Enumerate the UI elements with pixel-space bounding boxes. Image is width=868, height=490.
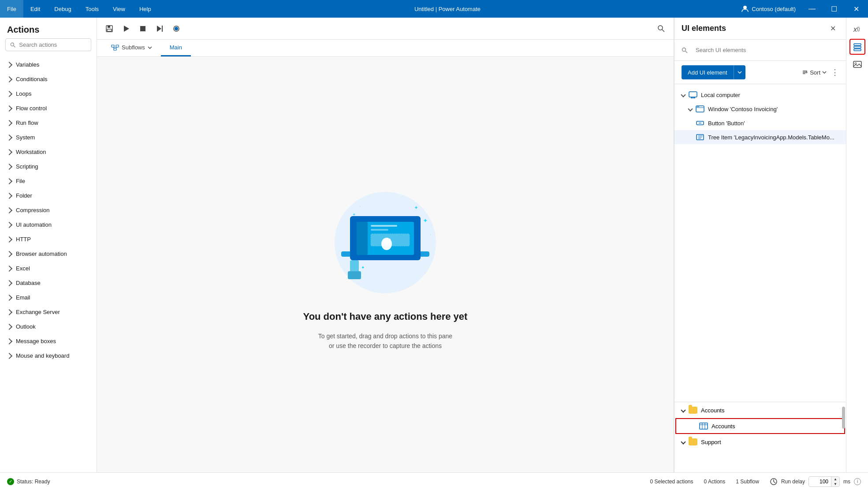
action-item-folder[interactable]: Folder bbox=[0, 188, 97, 203]
more-options-icon[interactable]: ⋮ bbox=[831, 67, 839, 77]
delay-spinners: ▲ ▼ bbox=[831, 477, 839, 486]
sidebar-ui-elements-button[interactable] bbox=[849, 39, 865, 55]
canvas-search-button[interactable] bbox=[654, 22, 668, 36]
main-area: Actions Variables Conditionals bbox=[0, 18, 868, 472]
svg-rect-23 bbox=[357, 222, 368, 255]
bottom-tree-accounts-table[interactable]: Accounts bbox=[675, 418, 845, 434]
action-item-message-boxes[interactable]: Message boxes bbox=[0, 334, 97, 348]
action-item-excel[interactable]: Excel bbox=[0, 261, 97, 276]
action-item-flow-control[interactable]: Flow control bbox=[0, 101, 97, 116]
app-body: Actions Variables Conditionals bbox=[0, 18, 868, 490]
menu-file[interactable]: File bbox=[0, 0, 23, 18]
svg-point-12 bbox=[658, 26, 663, 30]
sort-control[interactable]: Sort ⋮ bbox=[802, 67, 839, 77]
svg-marker-8 bbox=[157, 26, 161, 32]
tabs-bar: Subflows Main bbox=[97, 40, 674, 57]
delay-value-input[interactable] bbox=[809, 477, 831, 486]
search-icon bbox=[682, 47, 688, 53]
account-name[interactable]: Contoso (default) bbox=[737, 5, 800, 13]
ui-elements-panel: UI elements ✕ Add UI element bbox=[674, 18, 846, 472]
menu-tools[interactable]: Tools bbox=[78, 0, 106, 18]
subflows-icon bbox=[111, 45, 119, 51]
sidebar-images-button[interactable] bbox=[849, 56, 865, 72]
stop-button[interactable] bbox=[136, 22, 150, 36]
play-button[interactable] bbox=[119, 22, 133, 36]
ui-panel-close-button[interactable]: ✕ bbox=[827, 22, 839, 35]
minimize-button[interactable]: — bbox=[802, 0, 822, 18]
tree-item-window[interactable]: Window 'Contoso Invoicing' bbox=[674, 102, 846, 116]
sort-chevron-icon bbox=[822, 71, 827, 74]
svg-rect-66 bbox=[854, 46, 861, 48]
image-icon bbox=[853, 60, 862, 69]
action-item-conditionals[interactable]: Conditionals bbox=[0, 72, 97, 86]
run-delay-input[interactable]: ▲ ▼ bbox=[808, 476, 840, 487]
ui-tree: Local computer Window 'Contoso Invoicing… bbox=[674, 84, 846, 402]
ui-search-input[interactable] bbox=[691, 44, 839, 56]
add-ui-element-button[interactable]: Add UI element bbox=[682, 65, 745, 79]
run-delay-section: Run delay ▲ ▼ ms i bbox=[770, 476, 861, 487]
menu-debug[interactable]: Debug bbox=[47, 0, 78, 18]
chevron-right-icon bbox=[6, 207, 12, 213]
action-item-file[interactable]: File bbox=[0, 174, 97, 188]
action-item-ui-automation[interactable]: UI automation bbox=[0, 217, 97, 232]
search-icon bbox=[10, 42, 15, 48]
tree-item-local-computer[interactable]: Local computer bbox=[674, 88, 846, 102]
action-item-workstation[interactable]: Workstation bbox=[0, 145, 97, 159]
action-item-mouse-keyboard[interactable]: Mouse and keyboard bbox=[0, 348, 97, 363]
close-button[interactable]: ✕ bbox=[846, 0, 866, 18]
svg-rect-29 bbox=[387, 238, 388, 245]
tree-item-button[interactable]: Button 'Button' bbox=[674, 116, 846, 130]
empty-state-subtitle: To get started, drag and drop actions to… bbox=[318, 331, 452, 351]
delay-increment-button[interactable]: ▲ bbox=[831, 477, 839, 482]
titlebar: File Edit Debug Tools View Help Untitled… bbox=[0, 0, 868, 18]
svg-rect-31 bbox=[382, 240, 384, 246]
tab-subflows[interactable]: Subflows bbox=[102, 40, 161, 56]
action-item-browser-automation[interactable]: Browser automation bbox=[0, 247, 97, 261]
tree-item-treeitem[interactable]: Tree Item 'LegacyInvoicingApp.Models.Tab… bbox=[674, 130, 846, 144]
chevron-right-icon bbox=[6, 76, 12, 82]
action-item-http[interactable]: HTTP bbox=[0, 232, 97, 247]
chevron-down-icon bbox=[681, 92, 685, 97]
actions-search-bar[interactable] bbox=[5, 38, 91, 51]
chevron-right-icon bbox=[6, 251, 12, 257]
action-item-email[interactable]: Email bbox=[0, 290, 97, 305]
action-item-run-flow[interactable]: Run flow bbox=[0, 116, 97, 130]
menu-view[interactable]: View bbox=[106, 0, 132, 18]
action-item-loops[interactable]: Loops bbox=[0, 86, 97, 101]
menu-edit[interactable]: Edit bbox=[23, 0, 47, 18]
bottom-tree-accounts-folder[interactable]: Accounts bbox=[674, 402, 846, 418]
action-item-scripting[interactable]: Scripting bbox=[0, 159, 97, 174]
tab-main[interactable]: Main bbox=[161, 40, 191, 56]
save-button[interactable] bbox=[102, 22, 116, 36]
search-icon bbox=[657, 25, 665, 33]
ui-panel-title: UI elements bbox=[682, 24, 726, 33]
save-icon bbox=[105, 25, 113, 33]
maximize-button[interactable]: ☐ bbox=[824, 0, 844, 18]
next-step-button[interactable] bbox=[153, 22, 167, 36]
svg-rect-7 bbox=[140, 26, 145, 31]
record-button[interactable] bbox=[169, 22, 183, 36]
action-item-outlook[interactable]: Outlook bbox=[0, 319, 97, 334]
scrollbar-thumb[interactable] bbox=[842, 407, 845, 429]
chevron-right-icon bbox=[6, 265, 12, 271]
menu-help[interactable]: Help bbox=[132, 0, 158, 18]
status-dot bbox=[7, 478, 14, 485]
chevron-right-icon bbox=[6, 294, 12, 300]
action-item-system[interactable]: System bbox=[0, 130, 97, 145]
delay-decrement-button[interactable]: ▼ bbox=[831, 482, 839, 486]
play-icon bbox=[122, 25, 130, 33]
action-item-variables[interactable]: Variables bbox=[0, 57, 97, 72]
delay-info-icon[interactable]: i bbox=[854, 478, 861, 485]
svg-point-11 bbox=[175, 27, 178, 30]
titlebar-right: Contoso (default) — ☐ ✕ bbox=[737, 0, 868, 18]
action-item-exchange-server[interactable]: Exchange Server bbox=[0, 305, 97, 319]
sidebar-variables-icon[interactable]: x {} bbox=[849, 21, 865, 37]
bottom-tree-support-folder[interactable]: Support bbox=[674, 434, 846, 450]
action-item-database[interactable]: Database bbox=[0, 276, 97, 290]
variables-icon: x {} bbox=[853, 24, 862, 34]
search-input[interactable] bbox=[19, 41, 86, 48]
chevron-right-icon bbox=[6, 134, 12, 140]
svg-text:+: + bbox=[429, 233, 432, 237]
svg-rect-25 bbox=[371, 229, 388, 231]
action-item-compression[interactable]: Compression bbox=[0, 203, 97, 217]
